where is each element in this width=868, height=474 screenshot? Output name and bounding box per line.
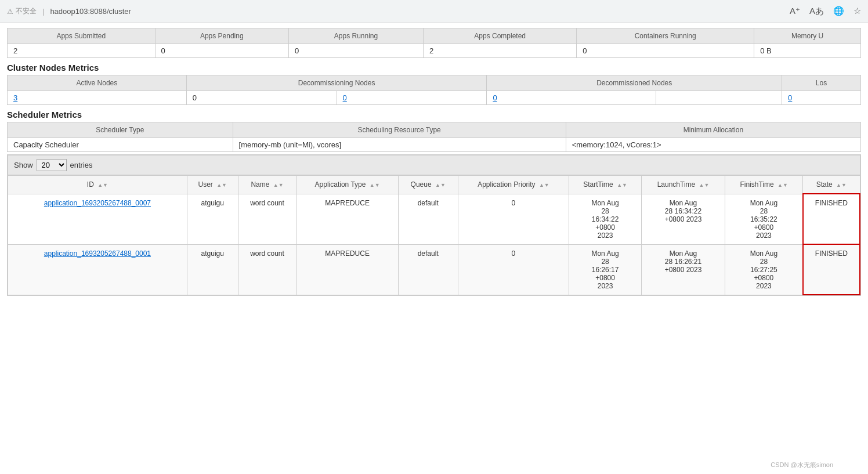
val-apps-pending: 0 bbox=[155, 44, 288, 58]
entries-label: entries bbox=[70, 161, 93, 169]
val-memory-used: 0 B bbox=[754, 44, 861, 58]
cell-name: word count bbox=[238, 194, 296, 244]
val-apps-running: 0 bbox=[289, 44, 424, 58]
val-containers-running: 0 bbox=[577, 44, 754, 58]
sort-launchtime-icon: ▲▼ bbox=[699, 183, 710, 188]
main-content: Apps Submitted Apps Pending Apps Running… bbox=[0, 23, 868, 301]
th-name[interactable]: Name ▲▼ bbox=[238, 176, 296, 194]
col-scheduling-resource-type: Scheduling Resource Type bbox=[233, 122, 566, 138]
th-app-priority[interactable]: Application Priority ▲▼ bbox=[458, 176, 569, 194]
val-decommissioning-nodes[interactable]: 0 bbox=[337, 91, 487, 105]
browser-bar: ⚠ 不安全 | hadoop103:8088/cluster A⁺ Aあ 🌐 ☆ bbox=[0, 0, 868, 23]
cluster-nodes-title: Cluster Nodes Metrics bbox=[7, 63, 861, 73]
reading-mode-icon[interactable]: Aあ bbox=[809, 6, 824, 17]
th-app-type[interactable]: Application Type ▲▼ bbox=[296, 176, 399, 194]
th-queue[interactable]: Queue ▲▼ bbox=[398, 176, 458, 194]
cell-id: application_1693205267488_0007 bbox=[8, 194, 187, 244]
cell-state: FINISHED bbox=[803, 244, 860, 295]
sort-priority-icon: ▲▼ bbox=[539, 183, 549, 188]
cell-finish-time: Mon Aug 28 16:35:22 +0800 2023 bbox=[725, 194, 803, 244]
col-apps-submitted: Apps Submitted bbox=[8, 28, 155, 44]
val-decommissioned-nodes[interactable]: 0 bbox=[487, 91, 656, 105]
val-decommissioned-extra bbox=[656, 91, 782, 105]
sort-name-icon: ▲▼ bbox=[273, 183, 284, 188]
cell-start-time: Mon Aug 28 16:26:17 +0800 2023 bbox=[569, 244, 642, 295]
scheduler-metrics-table: Scheduler Type Scheduling Resource Type … bbox=[7, 122, 861, 152]
show-entries-bar: Show 10202550100 entries bbox=[8, 155, 860, 175]
app-id-link[interactable]: application_1693205267488_0001 bbox=[44, 249, 151, 258]
th-id[interactable]: ID ▲▼ bbox=[8, 176, 187, 194]
col-apps-running: Apps Running bbox=[289, 28, 424, 44]
col-scheduler-type: Scheduler Type bbox=[8, 122, 233, 138]
table-row: application_1693205267488_0001atguiguwor… bbox=[8, 244, 860, 295]
text-size-icon[interactable]: A⁺ bbox=[790, 6, 800, 17]
cell-start-time: Mon Aug 28 16:34:22 +0800 2023 bbox=[569, 194, 642, 244]
cell-user: atguigu bbox=[187, 244, 238, 295]
val-scheduling-resource-type: [memory-mb (unit=Mi), vcores] bbox=[233, 138, 566, 152]
cell-name: word count bbox=[238, 244, 296, 295]
sort-finishtime-icon: ▲▼ bbox=[777, 183, 788, 188]
cluster-nodes-table: Active Nodes Decommissioning Nodes Decom… bbox=[7, 75, 861, 105]
th-start-time[interactable]: StartTime ▲▼ bbox=[569, 176, 642, 194]
cell-launch-time: Mon Aug 28 16:26:21 +0800 2023 bbox=[641, 244, 725, 295]
cell-launch-time: Mon Aug 28 16:34:22 +0800 2023 bbox=[641, 194, 725, 244]
cell-state: FINISHED bbox=[803, 194, 860, 244]
security-warning: ⚠ 不安全 bbox=[7, 6, 37, 16]
cell-app-type: MAPREDUCE bbox=[296, 244, 399, 295]
translate-icon[interactable]: 🌐 bbox=[833, 6, 844, 17]
val-decommissioning-extra: 0 bbox=[186, 91, 337, 105]
col-containers-running: Containers Running bbox=[577, 28, 754, 44]
sort-user-icon: ▲▼ bbox=[216, 183, 227, 188]
cell-app-type: MAPREDUCE bbox=[296, 194, 399, 244]
cell-finish-time: Mon Aug 28 16:27:25 +0800 2023 bbox=[725, 244, 803, 295]
entries-select[interactable]: 10202550100 bbox=[37, 159, 67, 171]
warning-icon: ⚠ bbox=[7, 8, 13, 16]
sort-apptype-icon: ▲▼ bbox=[370, 183, 380, 188]
col-decommissioned-nodes: Decommissioned Nodes bbox=[487, 75, 782, 91]
col-apps-pending: Apps Pending bbox=[155, 28, 288, 44]
col-active-nodes: Active Nodes bbox=[8, 75, 187, 91]
cell-priority: 0 bbox=[458, 194, 569, 244]
cell-queue: default bbox=[398, 194, 458, 244]
val-scheduler-type: Capacity Scheduler bbox=[8, 138, 233, 152]
col-apps-completed: Apps Completed bbox=[424, 28, 577, 44]
th-launch-time[interactable]: LaunchTime ▲▼ bbox=[641, 176, 725, 194]
table-row: application_1693205267488_0007atguiguwor… bbox=[8, 194, 860, 244]
warning-text: 不安全 bbox=[16, 6, 37, 16]
sort-state-icon: ▲▼ bbox=[836, 183, 847, 188]
th-state[interactable]: State ▲▼ bbox=[803, 176, 860, 194]
apps-section: Show 10202550100 entries ID ▲▼ User ▲▼ N… bbox=[7, 154, 861, 296]
scheduler-metrics-title: Scheduler Metrics bbox=[7, 110, 861, 120]
val-active-nodes[interactable]: 3 bbox=[8, 91, 187, 105]
col-decommissioning-nodes: Decommissioning Nodes bbox=[186, 75, 487, 91]
val-lost-nodes[interactable]: 0 bbox=[782, 91, 861, 105]
applications-table: ID ▲▼ User ▲▼ Name ▲▼ Application Type ▲… bbox=[8, 175, 860, 295]
favorites-icon[interactable]: ☆ bbox=[853, 6, 861, 17]
cluster-metrics-table: Apps Submitted Apps Pending Apps Running… bbox=[7, 28, 861, 58]
val-minimum-allocation: <memory:1024, vCores:1> bbox=[566, 138, 860, 152]
cell-queue: default bbox=[398, 244, 458, 295]
th-finish-time[interactable]: FinishTime ▲▼ bbox=[725, 176, 803, 194]
sort-id-icon: ▲▼ bbox=[97, 183, 108, 188]
val-apps-submitted: 2 bbox=[8, 44, 155, 58]
cell-priority: 0 bbox=[458, 244, 569, 295]
col-memory-used: Memory U bbox=[754, 28, 861, 44]
val-apps-completed: 2 bbox=[424, 44, 577, 58]
col-lost-nodes: Los bbox=[782, 75, 861, 91]
show-label: Show bbox=[14, 161, 33, 169]
col-minimum-allocation: Minimum Allocation bbox=[566, 122, 860, 138]
cell-id: application_1693205267488_0001 bbox=[8, 244, 187, 295]
cell-user: atguigu bbox=[187, 194, 238, 244]
sort-queue-icon: ▲▼ bbox=[435, 183, 446, 188]
url-bar[interactable]: hadoop103:8088/cluster bbox=[50, 7, 131, 16]
th-user[interactable]: User ▲▼ bbox=[187, 176, 238, 194]
divider: | bbox=[42, 7, 44, 16]
sort-starttime-icon: ▲▼ bbox=[617, 183, 627, 188]
app-id-link[interactable]: application_1693205267488_0007 bbox=[44, 199, 151, 207]
browser-actions: A⁺ Aあ 🌐 ☆ bbox=[790, 6, 861, 17]
